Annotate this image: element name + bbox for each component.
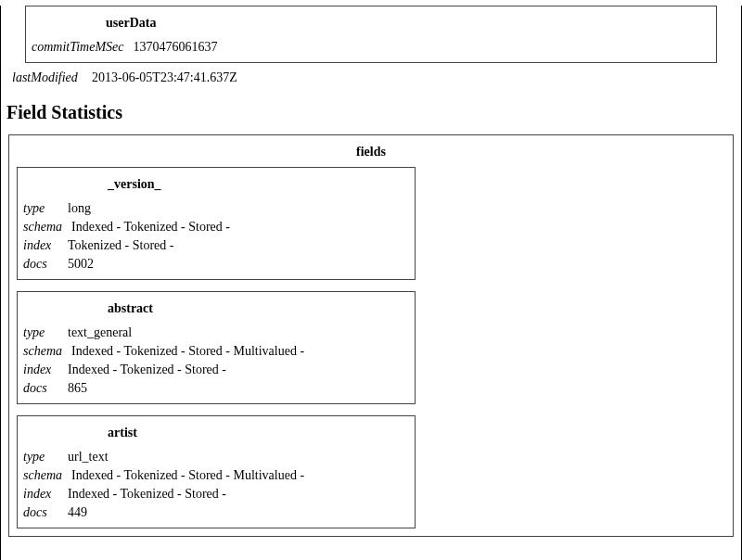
lastmodified-label: lastModified [12,70,92,85]
field-docs-row: docs 5002 [23,255,409,274]
field-box: _version_ type long schema Indexed - Tok… [17,167,416,280]
section-heading: Field Statistics [6,102,736,123]
field-index-row: index Indexed - Tokenized - Stored - [23,485,409,503]
schema-label: schema [23,468,71,483]
docs-label: docs [23,381,68,396]
userdata-title: userData [32,10,710,38]
type-label: type [23,450,68,465]
field-schema-row: schema Indexed - Tokenized - Stored - Mu… [23,466,409,485]
field-box: abstract type text_general schema Indexe… [17,291,416,404]
schema-value: Indexed - Tokenized - Stored - Multivalu… [71,344,409,359]
fields-container: fields _version_ type long schema Indexe… [8,134,734,537]
docs-value: 865 [68,381,409,396]
lastmodified-row: lastModified 2013-06-05T23:47:41.637Z [6,69,736,89]
schema-label: schema [23,220,71,235]
index-label: index [23,487,68,502]
commit-value: 1370476061637 [134,40,710,55]
schema-value: Indexed - Tokenized - Stored - Multivalu… [71,468,409,483]
type-value: long [68,201,409,216]
field-docs-row: docs 865 [23,379,409,398]
index-value: Tokenized - Stored - [68,238,409,253]
commit-row: commitTimeMSec 1370476061637 [32,38,710,57]
field-schema-row: schema Indexed - Tokenized - Stored - [23,218,409,236]
field-name: abstract [23,296,409,324]
commit-label: commitTimeMSec [32,40,134,55]
type-value: text_general [68,325,409,340]
index-value: Indexed - Tokenized - Stored - [68,487,409,502]
field-type-row: type long [23,199,409,218]
docs-value: 449 [68,505,409,520]
schema-value: Indexed - Tokenized - Stored - [71,220,409,235]
field-name: artist [23,420,409,448]
schema-label: schema [23,344,71,359]
type-label: type [23,201,68,216]
field-type-row: type url_text [23,448,409,466]
field-schema-row: schema Indexed - Tokenized - Stored - Mu… [23,342,409,361]
field-type-row: type text_general [23,324,409,342]
docs-label: docs [23,505,68,520]
userdata-box: userData commitTimeMSec 1370476061637 [25,6,717,63]
type-label: type [23,325,68,340]
fields-title: fields [17,141,725,167]
docs-label: docs [23,257,68,272]
field-index-row: index Tokenized - Stored - [23,236,409,255]
index-label: index [23,363,68,377]
field-box: artist type url_text schema Indexed - To… [17,415,416,528]
index-label: index [23,238,68,253]
field-index-row: index Indexed - Tokenized - Stored - [23,361,409,379]
type-value: url_text [68,450,409,465]
docs-value: 5002 [68,257,409,272]
field-docs-row: docs 449 [23,503,409,522]
field-name: _version_ [23,172,409,199]
lastmodified-value: 2013-06-05T23:47:41.637Z [92,70,732,85]
index-value: Indexed - Tokenized - Stored - [68,363,409,377]
